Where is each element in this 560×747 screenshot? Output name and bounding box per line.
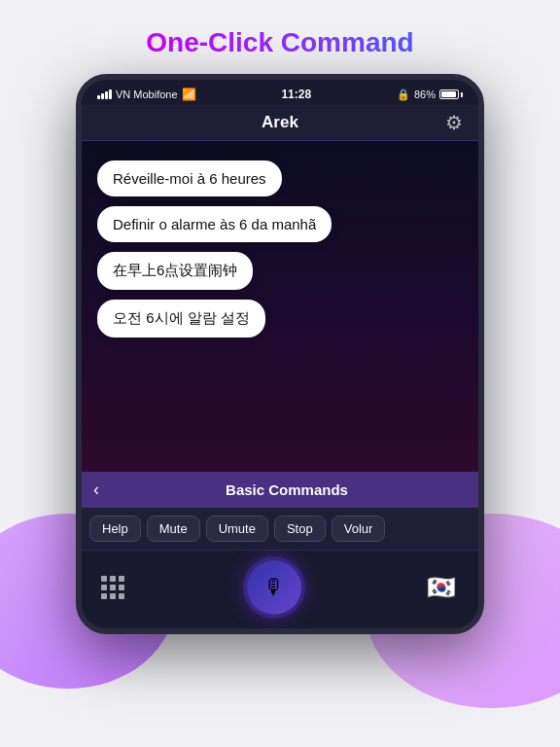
device-frame: VN Mobifone 📶 11:28 🔒 86% Arek ⚙ Réveill… bbox=[76, 74, 484, 634]
chat-bubble-2: 在早上6点设置闹钟 bbox=[97, 252, 253, 290]
bubble-text-0: Réveille-moi à 6 heures bbox=[113, 170, 266, 187]
carrier-label: VN Mobifone bbox=[116, 89, 178, 100]
battery-indicator bbox=[439, 89, 463, 99]
app-header: Arek ⚙ bbox=[82, 105, 478, 141]
signal-bar-1 bbox=[97, 95, 100, 99]
cmd-btn-stop[interactable]: Stop bbox=[274, 516, 326, 542]
bubble-text-3: 오전 6시에 알람 설정 bbox=[113, 309, 250, 326]
status-right: 🔒 86% bbox=[397, 89, 463, 101]
bubble-text-1: Definir o alarme às 6 da manhã bbox=[113, 216, 316, 232]
microphone-icon: 🎙 bbox=[263, 575, 285, 600]
status-time: 11:28 bbox=[281, 88, 311, 101]
grid-dot bbox=[119, 585, 124, 590]
signal-bar-3 bbox=[105, 91, 108, 99]
cmd-btn-umute[interactable]: Umute bbox=[206, 516, 268, 542]
battery-fill bbox=[441, 91, 456, 97]
lock-icon: 🔒 bbox=[397, 89, 410, 101]
status-left: VN Mobifone 📶 bbox=[97, 88, 196, 101]
grid-dot bbox=[101, 576, 107, 582]
grid-dot bbox=[110, 576, 116, 582]
cmd-btn-volume[interactable]: Volur bbox=[332, 516, 386, 542]
grid-dot bbox=[110, 593, 116, 599]
grid-dot bbox=[101, 585, 107, 590]
grid-dot bbox=[119, 593, 124, 599]
commands-bar: ‹ Basic Commands bbox=[82, 472, 478, 508]
wifi-icon: 📶 bbox=[182, 88, 196, 101]
flag-emoji: 🇰🇷 bbox=[427, 574, 456, 601]
app-title: Arek bbox=[262, 113, 298, 132]
chat-bubble-1: Definir o alarme às 6 da manhã bbox=[97, 206, 332, 242]
grid-menu-icon[interactable] bbox=[101, 576, 124, 599]
bubble-text-2: 在早上6点设置闹钟 bbox=[113, 262, 237, 278]
back-button[interactable]: ‹ bbox=[93, 480, 99, 500]
settings-icon[interactable]: ⚙ bbox=[445, 111, 463, 134]
chat-bubble-0: Réveille-moi à 6 heures bbox=[97, 160, 282, 196]
signal-bars bbox=[97, 89, 112, 99]
command-buttons-row: Help Mute Umute Stop Volur bbox=[82, 508, 478, 550]
cmd-btn-mute[interactable]: Mute bbox=[147, 516, 200, 542]
commands-title: Basic Commands bbox=[107, 481, 467, 498]
battery-body bbox=[439, 89, 459, 99]
battery-tip bbox=[461, 92, 463, 97]
signal-bar-4 bbox=[109, 89, 112, 99]
signal-bar-2 bbox=[101, 93, 104, 99]
bottom-bar: 🎙 🇰🇷 bbox=[82, 550, 478, 628]
grid-dot bbox=[110, 585, 116, 590]
mic-button[interactable]: 🎙 bbox=[247, 560, 301, 615]
status-bar: VN Mobifone 📶 11:28 🔒 86% bbox=[82, 80, 478, 105]
grid-dot bbox=[101, 593, 107, 599]
language-flag[interactable]: 🇰🇷 bbox=[424, 570, 459, 605]
chat-area: Réveille-moi à 6 heures Definir o alarme… bbox=[82, 141, 478, 472]
grid-dot bbox=[119, 576, 124, 582]
cmd-btn-help[interactable]: Help bbox=[89, 516, 141, 542]
battery-percent: 86% bbox=[414, 89, 436, 100]
page-title: One-Click Command bbox=[146, 27, 413, 58]
chat-bubble-3: 오전 6시에 알람 설정 bbox=[97, 300, 265, 338]
